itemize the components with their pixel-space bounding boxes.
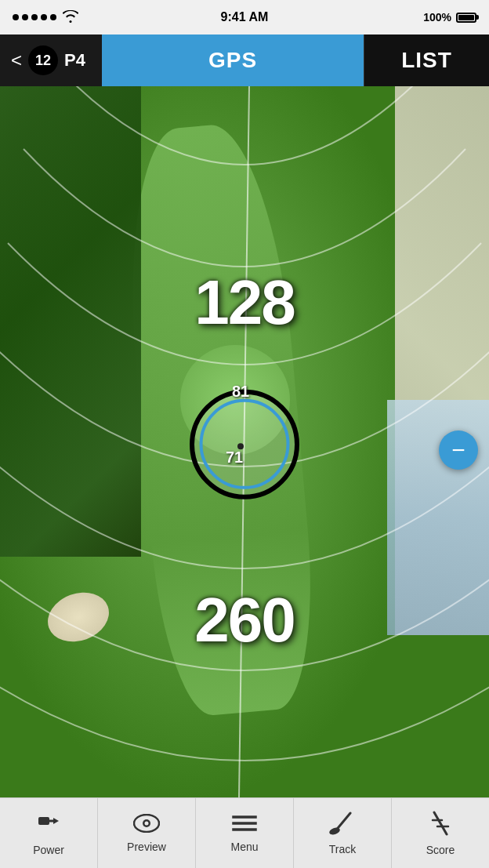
status-time: 9:41 AM xyxy=(221,10,269,24)
tab-power-label: Power xyxy=(33,844,64,856)
hole-circle-blue xyxy=(200,398,290,488)
battery-area: 100% xyxy=(423,11,476,24)
svg-point-6 xyxy=(145,821,149,825)
menu-icon xyxy=(232,814,257,837)
nav-back-button[interactable]: < 12 P4 xyxy=(0,35,102,86)
trees-left xyxy=(0,86,141,557)
svg-rect-1 xyxy=(38,817,49,825)
preview-icon xyxy=(133,814,160,837)
distance-bottom: 260 xyxy=(194,584,294,656)
track-icon xyxy=(328,812,357,839)
signal-dot-5 xyxy=(50,14,56,20)
inner-distance-top: 81 xyxy=(232,383,249,401)
battery-icon xyxy=(456,13,476,23)
map-area[interactable]: 128 81 71 260 − xyxy=(0,86,489,797)
battery-percent: 100% xyxy=(423,11,451,24)
score-icon xyxy=(429,811,451,840)
svg-line-12 xyxy=(434,812,447,834)
nav-bar: < 12 P4 GPS LIST xyxy=(0,35,489,86)
tab-power[interactable]: Power xyxy=(0,798,98,868)
tab-track-label: Track xyxy=(329,843,356,855)
tab-score-label: Score xyxy=(426,844,455,856)
tab-bar: Power Preview Menu xyxy=(0,797,489,868)
water-hazard xyxy=(387,400,489,635)
tab-score[interactable]: Score xyxy=(392,798,489,868)
tab-preview-label: Preview xyxy=(127,841,166,853)
tab-preview[interactable]: Preview xyxy=(98,798,196,868)
signal-dot-3 xyxy=(31,14,38,20)
tab-menu[interactable]: Menu xyxy=(196,798,294,868)
gps-tab[interactable]: GPS xyxy=(102,35,364,86)
signal-area xyxy=(13,10,78,25)
status-bar: 9:41 AM 100% xyxy=(0,0,489,35)
svg-marker-3 xyxy=(53,818,59,824)
signal-dot-2 xyxy=(22,14,28,20)
distance-top: 128 xyxy=(194,267,294,339)
tab-track[interactable]: Track xyxy=(294,798,392,868)
hole-number-badge: 12 xyxy=(28,45,58,75)
minus-button[interactable]: − xyxy=(439,430,478,470)
list-tab[interactable]: LIST xyxy=(364,35,489,86)
power-icon xyxy=(36,811,61,840)
signal-dot-4 xyxy=(41,14,47,20)
back-arrow-icon: < xyxy=(11,49,22,71)
player-label: P4 xyxy=(64,50,85,71)
tab-menu-label: Menu xyxy=(230,841,258,853)
inner-distance-bottom: 71 xyxy=(226,449,243,467)
signal-dot-1 xyxy=(13,14,19,20)
wifi-icon xyxy=(63,10,78,25)
